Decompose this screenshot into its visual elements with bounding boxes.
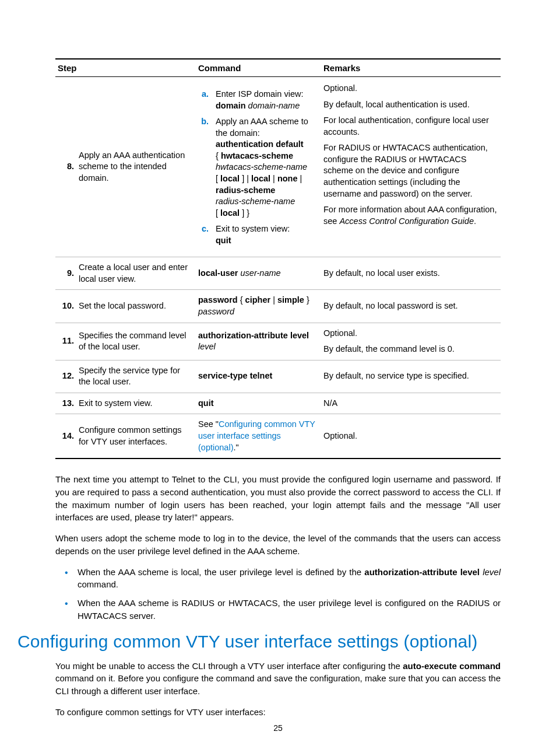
paragraph: When users adopt the scheme mode to log … [55,532,501,558]
remark-text: For more information about AAA configura… [323,204,498,227]
cmd-text: [ [216,208,220,218]
bullet-list: When the AAA scheme is local, the user p… [55,566,501,622]
step-number: 13. [55,393,76,414]
step-remarks: Optional. By default, local authenticati… [321,77,501,257]
step-number: 8. [55,77,76,257]
step-description: Set the local password. [76,290,196,323]
cmd-bold: authentication default [216,139,304,149]
step-remarks: Optional. [321,414,501,459]
step-description: Exit to system view. [76,393,196,414]
step-description: Create a local user and enter local user… [76,257,196,290]
cmd-bold: quit [198,398,214,408]
step-description: Configure common settings for VTY user i… [76,414,196,459]
cmd-italic: radius-scheme-name [216,197,295,206]
paragraph: The next time you attempt to Telnet to t… [55,473,501,524]
config-steps-table: Step Command Remarks 8. Apply an AAA aut… [55,58,501,459]
substep-list: a. Enter ISP domain view: domain domain-… [198,88,319,250]
step-description: Apply an AAA authentication scheme to th… [76,77,196,257]
cmd-text: ] | [240,174,251,183]
text-italic: level [483,567,501,577]
cmd-italic: level [198,342,216,351]
cmd-text: { [216,151,221,160]
step-command: See "Configuring common VTY user interfa… [196,414,321,459]
step-command: service-type telnet [196,360,321,393]
text-span: You might be unable to access the CLI th… [55,661,403,671]
cmd-italic: user-name [238,268,281,278]
cmd-bold: quit [216,236,231,245]
remark-text: Optional. [323,328,498,340]
col-header-remarks: Remarks [321,59,501,77]
substep-text: Exit to system view: [216,224,290,233]
substep-a: a. Enter ISP domain view: domain domain-… [211,88,319,115]
list-item: When the AAA scheme is local, the user p… [78,566,501,592]
list-item: When the AAA scheme is RADIUS or HWTACAC… [78,597,501,622]
cmd-bold: radius-scheme [216,186,275,195]
text-bold: authorization-attribute level [364,567,480,577]
table-row: 8. Apply an AAA authentication scheme to… [55,77,501,257]
cmd-text: | [270,295,277,304]
cmd-bold: local [251,174,270,183]
body-text-block: You might be unable to access the CLI th… [55,660,501,719]
text-bold: auto-execute command [403,661,501,671]
substep-text: Apply an AAA scheme to the domain: [216,117,308,138]
step-number: 10. [55,290,76,323]
cmd-bold: local-user [198,268,238,278]
paragraph: To configure common settings for VTY use… [55,706,501,719]
cmd-text: [ [216,174,220,183]
substep-b: b. Apply an AAA scheme to the domain: au… [211,115,319,222]
page-number: 25 [0,723,556,733]
remark-text: For local authentication, configure loca… [323,115,498,138]
paragraph: You might be unable to access the CLI th… [55,660,501,698]
step-command: authorization-attribute levellevel [196,323,321,360]
step-remarks: N/A [321,393,501,414]
table-row: 12. Specify the service type for the loc… [55,360,501,393]
cmd-bold: hwtacacs-scheme [221,151,293,160]
remark-text: By default, local authentication is used… [323,99,498,111]
text-span: When the AAA scheme is local, the user p… [78,567,364,577]
step-command: quit [196,393,321,414]
step-description: Specifies the command level of the local… [76,323,196,360]
cmd-bold: local [220,174,240,183]
step-number: 12. [55,360,76,393]
cmd-italic: password [198,307,234,316]
cmd-bold: password [198,295,238,304]
cmd-bold: authorization-attribute level [198,331,309,340]
remark-italic: Access Control Configuration Guide [339,216,474,226]
cmd-text: | [270,174,277,183]
substep-seq: c. [198,223,209,235]
step-number: 11. [55,323,76,360]
substep-c: c. Exit to system view: quit [211,222,319,250]
cmd-text: } [304,295,309,304]
step-number: 9. [55,257,76,290]
table-row: 14. Configure common settings for VTY us… [55,414,501,459]
cmd-text: See " [198,419,219,429]
col-header-command: Command [196,59,321,77]
cmd-text: | [298,174,302,183]
cmd-italic: domain-name [246,101,300,110]
text-span: command on it. Before you configure the … [55,673,501,696]
remarks-list: Optional. By default, local authenticati… [323,83,498,227]
table-row: 9. Create a local user and enter local u… [55,257,501,290]
substep-seq: a. [198,89,209,100]
table-row: 10. Set the local password. password { c… [55,290,501,323]
cmd-bold: local [220,208,240,218]
cmd-bold: domain [216,101,246,110]
cmd-text: { [238,295,245,304]
body-text-block: The next time you attempt to Telnet to t… [55,473,501,622]
cmd-bold: simple [277,295,304,304]
cmd-text: ] } [240,208,249,218]
table-row: 11. Specifies the command level of the l… [55,323,501,360]
remarks-list: Optional. By default, the command level … [323,328,498,355]
step-remarks: Optional. By default, the command level … [321,323,501,360]
step-number: 14. [55,414,76,459]
cmd-text: ." [233,443,238,452]
table-row: 13. Exit to system view. quit N/A [55,393,501,414]
document-page: Step Command Remarks 8. Apply an AAA aut… [0,0,556,756]
substep-text: Enter ISP domain view: [216,89,303,99]
col-header-step: Step [55,59,196,77]
table-header-row: Step Command Remarks [55,59,501,77]
remark-text: For RADIUS or HWTACACS authentication, c… [323,142,498,200]
step-command: a. Enter ISP domain view: domain domain-… [196,77,321,257]
step-description: Specify the service type for the local u… [76,360,196,393]
step-remarks: By default, no service type is specified… [321,360,501,393]
